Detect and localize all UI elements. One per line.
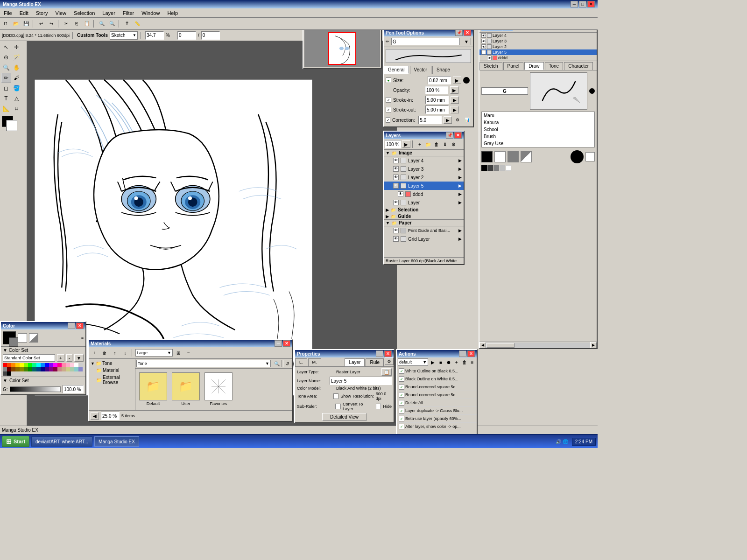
- action-item-3[interactable]: ✓ Round-cornered square 5c...: [397, 383, 477, 391]
- act8-check[interactable]: ✓: [399, 424, 404, 429]
- material-tree-item[interactable]: 📁 Material: [90, 367, 134, 374]
- action-item-2[interactable]: ✓ Black Outline on White 0.5...: [397, 375, 477, 383]
- palette-cell[interactable]: [57, 363, 62, 367]
- brush-tool[interactable]: 🖌: [11, 73, 21, 83]
- palette-cell[interactable]: [28, 367, 32, 371]
- palette-cell[interactable]: [62, 363, 66, 367]
- color-set-menu[interactable]: ▼: [74, 354, 84, 362]
- layers-pin[interactable]: 📌: [446, 132, 453, 139]
- fill-tool[interactable]: 🪣: [11, 83, 21, 93]
- prop-tab-layer[interactable]: Layer: [345, 358, 365, 366]
- action-item-1[interactable]: ✓ White Outline on Black 0.5...: [397, 367, 477, 375]
- tab-vector[interactable]: Vector: [410, 66, 431, 74]
- beg-pal-white[interactable]: [506, 165, 511, 171]
- prop-tab-rule[interactable]: Rule: [366, 358, 384, 366]
- palette-cell[interactable]: [24, 367, 28, 371]
- menu-help[interactable]: Help: [165, 9, 180, 17]
- grid-layer-eye[interactable]: 👁: [393, 236, 399, 242]
- new-layer-btn[interactable]: +: [416, 140, 423, 148]
- beg-preset-maru[interactable]: Maru: [482, 112, 594, 119]
- act-rec-btn[interactable]: ⏺: [445, 358, 452, 366]
- tab-general[interactable]: General: [384, 66, 409, 74]
- act-stop-btn[interactable]: ■: [437, 358, 444, 366]
- zoom-in-btn[interactable]: 🔍: [97, 19, 106, 28]
- new-btn[interactable]: 🗋: [1, 19, 10, 28]
- correction-extra[interactable]: ⚙: [454, 115, 461, 125]
- palette-cell[interactable]: [3, 367, 7, 371]
- bg-color[interactable]: [6, 120, 17, 131]
- mat-min[interactable]: ─: [275, 340, 282, 347]
- mat-refresh-btn[interactable]: ↺: [283, 360, 291, 367]
- crop-tool[interactable]: ⌗: [11, 104, 21, 114]
- menu-view[interactable]: View: [53, 9, 68, 17]
- dddd-eye[interactable]: 👁: [398, 191, 403, 197]
- external-tree-item[interactable]: 📁 External Browse: [90, 374, 134, 386]
- act7-check[interactable]: ✓: [399, 416, 404, 421]
- layers-close[interactable]: ✕: [454, 132, 462, 139]
- image-folder-header[interactable]: ▼ 📁 Image: [384, 150, 464, 156]
- selection-folder-header[interactable]: ▶ 📁 Selection: [384, 207, 464, 213]
- palette-cell[interactable]: [45, 367, 49, 371]
- layer-plain-item[interactable]: 👁 Layer ▶: [384, 198, 464, 207]
- beg-preset-grayuse[interactable]: Gray Use: [482, 140, 594, 147]
- g-slider[interactable]: [10, 386, 61, 392]
- palette-cell[interactable]: [3, 371, 7, 376]
- minimize-button[interactable]: ─: [571, 1, 578, 7]
- action-item-4[interactable]: ✓ Round-cornered square 5c...: [397, 391, 477, 399]
- beg-pal-gray[interactable]: [493, 165, 499, 171]
- stroke-out-input[interactable]: [425, 105, 449, 114]
- palette-black[interactable]: [7, 371, 11, 376]
- beg-pal-black[interactable]: [481, 165, 487, 171]
- palette-cell[interactable]: [20, 367, 24, 371]
- palette-white[interactable]: [74, 363, 78, 367]
- color-menu-btn[interactable]: ≡: [81, 336, 84, 340]
- act1-check[interactable]: ✓: [399, 368, 404, 374]
- layer-3-item[interactable]: 👁 Layer 3 ▶: [384, 165, 464, 173]
- palette-cell[interactable]: [11, 367, 15, 371]
- prop-type-btn[interactable]: 📋: [381, 368, 392, 376]
- zoom-out-btn[interactable]: 🔍: [107, 19, 117, 28]
- beg-scroll-right[interactable]: ▶: [590, 342, 597, 349]
- act-menu-btn[interactable]: ≡: [469, 358, 476, 366]
- size-arrow[interactable]: ▶: [453, 77, 461, 84]
- dddd-item[interactable]: 👁 dddd ▶: [384, 190, 464, 198]
- size-input[interactable]: [428, 76, 451, 84]
- palette-cell[interactable]: [7, 363, 11, 367]
- palette-magenta[interactable]: [53, 363, 57, 367]
- save-btn[interactable]: 💾: [21, 19, 31, 28]
- tone-favorites-item[interactable]: Favorites: [204, 372, 233, 406]
- text-tool[interactable]: T: [1, 93, 11, 104]
- guide-folder-header[interactable]: ▶ 📁 Guide: [384, 213, 464, 220]
- correction-input[interactable]: [418, 116, 442, 124]
- ruler-tool[interactable]: 📐: [1, 104, 11, 114]
- act5-check[interactable]: ✓: [399, 400, 404, 406]
- mat-delete-btn[interactable]: 🗑: [100, 348, 109, 357]
- beg-scroll-thumb[interactable]: [486, 343, 514, 348]
- color-min[interactable]: ─: [68, 322, 75, 329]
- mat-import-btn[interactable]: ↑: [110, 348, 120, 357]
- undo-btn[interactable]: ↩: [36, 19, 46, 28]
- beg-scroll-track[interactable]: [486, 343, 590, 348]
- beg-trans-swatch[interactable]: [521, 151, 532, 162]
- mat-close[interactable]: ✕: [283, 340, 290, 347]
- palette-cell[interactable]: [66, 367, 70, 371]
- beg-layer-2[interactable]: 👁 Layer 2: [479, 44, 597, 49]
- start-button[interactable]: ⊞ Start: [2, 436, 29, 447]
- prop-tab-m[interactable]: M.: [308, 358, 321, 366]
- act-add-btn[interactable]: +: [453, 358, 460, 366]
- color-set-del[interactable]: -: [66, 354, 72, 362]
- beg-preset-brush[interactable]: Brush: [482, 133, 594, 140]
- palette-cyan[interactable]: [36, 363, 41, 367]
- trans-swatch[interactable]: [29, 333, 38, 343]
- delete-layer-btn[interactable]: 🗑: [433, 140, 440, 148]
- g-value-input[interactable]: [63, 385, 84, 393]
- beg-pal-dark[interactable]: [487, 165, 493, 171]
- menu-file[interactable]: File: [2, 9, 14, 17]
- beg-layer-3[interactable]: 👁 Layer 3: [479, 38, 597, 44]
- stroke-in-input[interactable]: [425, 96, 449, 104]
- prop-name-input[interactable]: [330, 377, 392, 385]
- pen-close[interactable]: ✕: [464, 29, 471, 36]
- open-btn[interactable]: 📂: [11, 19, 21, 28]
- maximize-button[interactable]: □: [579, 1, 586, 7]
- layer-opacity-input[interactable]: [385, 140, 401, 148]
